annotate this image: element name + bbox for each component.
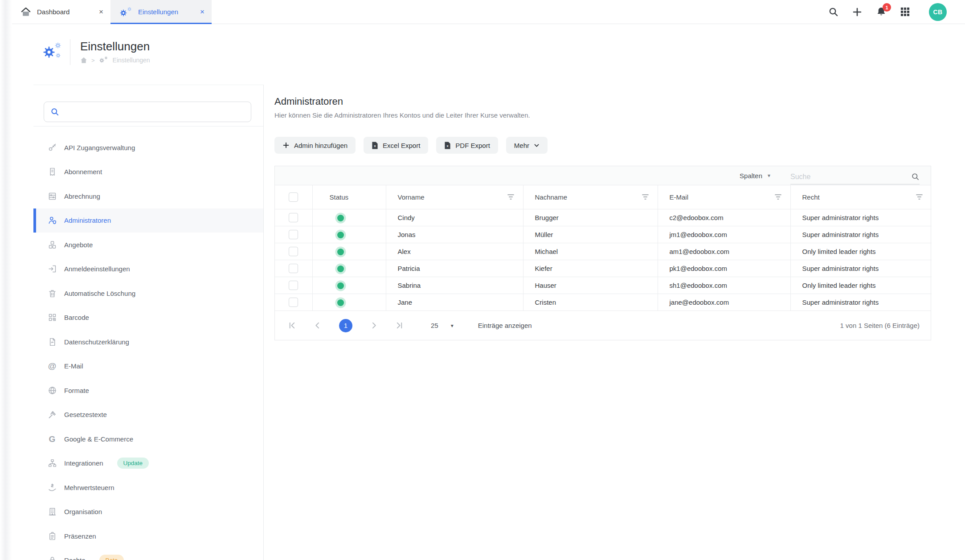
column-header-recht: Recht <box>802 193 820 201</box>
sidebar-item-label: Formate <box>64 387 89 394</box>
cell-vorname: Patricia <box>386 260 523 277</box>
row-checkbox[interactable] <box>289 298 298 307</box>
search-icon <box>50 107 59 116</box>
avatar[interactable]: CB <box>929 3 947 21</box>
globe-icon <box>47 385 57 396</box>
filter-icon[interactable] <box>507 194 514 200</box>
trash-icon <box>47 288 57 298</box>
sidebar-search-input[interactable] <box>64 108 245 116</box>
next-page-button[interactable] <box>370 322 378 329</box>
tab-einstellungen[interactable]: Einstellungen × <box>110 0 212 24</box>
columns-dropdown[interactable]: Spalten ▾ <box>740 172 770 180</box>
close-icon[interactable]: × <box>200 8 204 16</box>
sign-in-icon <box>47 264 57 274</box>
search-icon[interactable] <box>828 7 838 17</box>
pagination: 1 <box>288 319 403 332</box>
svg-text:x: x <box>374 144 376 148</box>
status-active-indicator <box>337 249 344 255</box>
row-checkbox[interactable] <box>289 230 298 239</box>
bell-icon[interactable]: 1 <box>876 6 887 17</box>
breadcrumb: > Einstellungen <box>80 56 150 64</box>
sidebar-item-integrationen[interactable]: IntegrationenUpdate <box>33 451 263 476</box>
prev-page-button[interactable] <box>314 322 321 329</box>
filter-icon[interactable] <box>916 194 923 200</box>
plus-icon[interactable] <box>852 7 863 17</box>
cell-nachname: Kiefer <box>523 260 658 277</box>
sidebar-item-abrechnung[interactable]: Abrechnung <box>33 184 263 208</box>
sidebar-item-anmeldeeinstellungen[interactable]: Anmeldeeinstellungen <box>33 257 263 282</box>
more-button[interactable]: Mehr <box>506 137 548 154</box>
table-search-input[interactable] <box>790 173 911 181</box>
page-size-value: 25 <box>431 322 438 329</box>
sidebar-item-präsenzen[interactable]: Präsenzen <box>33 524 263 548</box>
current-page-button[interactable]: 1 <box>339 319 352 332</box>
row-checkbox[interactable] <box>289 281 298 290</box>
close-icon[interactable]: × <box>99 8 103 16</box>
cell-email: jane@edoobox.com <box>658 294 790 311</box>
add-admin-button[interactable]: Admin hinzufügen <box>274 137 356 154</box>
cell-recht: Super administrator rights <box>790 209 932 226</box>
tab-dashboard[interactable]: Dashboard × <box>12 0 110 24</box>
sidebar-item-datenschutzerklärung[interactable]: Datenschutzerklärung <box>33 330 263 354</box>
cell-vorname: Alex <box>386 243 523 260</box>
sidebar-item-barcode[interactable]: Barcode <box>33 306 263 330</box>
sidebar-item-api-zugangsverwaltung[interactable]: API Zugangsverwaltung <box>33 135 263 160</box>
sitemap-icon <box>47 458 57 469</box>
first-page-button[interactable] <box>288 322 296 329</box>
pdf-export-button[interactable]: x PDF Export <box>436 137 498 154</box>
cubes-icon <box>47 239 57 250</box>
cell-email: c2@edoobox.com <box>658 209 790 226</box>
page-size-label: Einträge anzeigen <box>478 322 532 329</box>
status-active-indicator <box>337 232 344 238</box>
sidebar-item-label: API Zugangsverwaltung <box>64 144 135 151</box>
last-page-button[interactable] <box>396 322 403 329</box>
table-row: PatriciaKieferpk1@edoobox.comSuper admin… <box>275 260 932 277</box>
table-row: SabrinaHausersh1@edoobox.comOnly limited… <box>275 277 932 294</box>
row-checkbox[interactable] <box>289 213 298 222</box>
sidebar-item-angebote[interactable]: Angebote <box>33 233 263 257</box>
status-active-indicator <box>337 282 344 289</box>
sidebar-item-rechte[interactable]: RechteBeta <box>33 548 263 560</box>
sidebar-item-e-mail[interactable]: @E-Mail <box>33 354 263 379</box>
header-divider <box>70 39 70 65</box>
sidebar-item-mehrwertsteuern[interactable]: Mehrwertsteuern <box>33 475 263 500</box>
table-row: JaneCristenjane@edoobox.comSuper adminis… <box>275 294 932 311</box>
cell-recht: Super administrator rights <box>790 260 932 277</box>
filter-icon[interactable] <box>775 194 781 200</box>
search-icon[interactable] <box>911 172 920 181</box>
select-all-checkbox[interactable] <box>289 192 298 202</box>
sidebar-item-google-e-commerce[interactable]: GGoogle & E-Commerce <box>33 427 263 451</box>
breadcrumb-current[interactable]: Einstellungen <box>113 57 150 64</box>
button-label: Admin hinzufügen <box>294 142 348 149</box>
tab-bar: Dashboard × Einstellungen × <box>12 0 212 24</box>
sidebar-item-organisation[interactable]: Organisation <box>33 500 263 524</box>
excel-export-button[interactable]: x Excel Export <box>364 137 428 154</box>
filter-icon[interactable] <box>642 194 649 200</box>
table-row: JonasMüllerjm1@edoobox.comSuper administ… <box>275 226 932 243</box>
tab-label: Einstellungen <box>138 8 178 16</box>
sidebar-item-label: Integrationen <box>64 459 103 467</box>
cell-recht: Only limited leader rights <box>790 277 932 294</box>
sidebar-item-abonnement[interactable]: Abonnement <box>33 160 263 184</box>
sidebar-item-label: Automatische Löschung <box>64 290 135 297</box>
row-checkbox[interactable] <box>289 247 298 256</box>
sidebar-item-label: Abonnement <box>64 168 102 176</box>
sidebar-item-label: Barcode <box>64 314 89 321</box>
key-icon <box>47 142 57 153</box>
sidebar-item-formate[interactable]: Formate <box>33 378 263 403</box>
sidebar-item-label: Mehrwertsteuern <box>64 484 114 491</box>
breadcrumb-home-icon[interactable] <box>80 57 87 64</box>
apps-grid-icon[interactable] <box>900 7 910 17</box>
settings-gears-icon <box>119 7 132 17</box>
cell-email: jm1@edoobox.com <box>658 226 790 243</box>
sidebar-item-gesetzestexte[interactable]: Gesetzestexte <box>33 403 263 427</box>
page-size-dropdown[interactable]: 25 ▾ <box>431 322 454 329</box>
settings-gears-icon <box>42 42 64 62</box>
sidebar-item-administratoren[interactable]: Administratoren <box>33 208 263 233</box>
sidebar-item-label: Google & E-Commerce <box>64 435 133 443</box>
sidebar-item-automatische-löschung[interactable]: Automatische Löschung <box>33 281 263 306</box>
home-icon <box>21 8 31 16</box>
sidebar-item-label: Abrechnung <box>64 192 100 200</box>
admin-table-body: CindyBruggerc2@edoobox.comSuper administ… <box>275 209 932 311</box>
row-checkbox[interactable] <box>289 264 298 273</box>
